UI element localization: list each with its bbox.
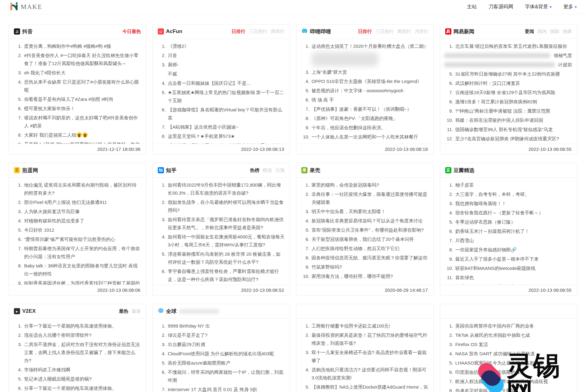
tab-3day-rank[interactable]: 三日排行 bbox=[249, 29, 267, 35]
list-item[interactable]: 6.【游戏咖啡馆】臭名昭著的Virtual boy？可能并没有那么差 bbox=[157, 106, 285, 122]
card-title-bilibili[interactable]: 哔哩哔哩 bbox=[301, 28, 331, 35]
list-item[interactable]: 10.家用消毒方法，哪些好用，哪些不能用? bbox=[300, 272, 429, 280]
tab-daily[interactable]: 日报 bbox=[275, 167, 285, 173]
list-item[interactable]: 7.云南连续18天0新增 全省129个县市区均为低风险 bbox=[444, 89, 572, 97]
list-item[interactable]: 4.市场转码农工作难找啊 bbox=[13, 366, 141, 374]
tab-exclusive[interactable]: 独家 bbox=[563, 29, 572, 35]
list-item[interactable]: 1.美国供应商暂停在中国内存厂商的业务 bbox=[444, 322, 572, 330]
list-item[interactable]: 8.激增1倍多！荷兰累计新冠肺炎病例82例 bbox=[444, 98, 572, 106]
tab-daily-rank[interactable]: 日排行 bbox=[358, 29, 372, 35]
list-item[interactable]: 3.双十一儿童安全座椅还不会选? 高品质抄作业看看一篇就够了 bbox=[300, 349, 429, 365]
tab-top-news[interactable]: 要闻 bbox=[525, 29, 534, 35]
list-item[interactable]: 2.TikTok 从难民的乞求捐款中抽取七成 bbox=[444, 331, 572, 339]
list-item[interactable]: 5.你看看是不是有内味儿了#Zara #拍照 #时尚 bbox=[13, 95, 141, 103]
card-title-acfun[interactable]: ☺AcFun bbox=[158, 28, 182, 35]
list-item[interactable]: 7.【声优搞事】派蒙：香菱不可以！（填词翻唱~） bbox=[300, 105, 429, 113]
list-item[interactable]: 3.人为纵火烧坏复活节岛巨像 bbox=[13, 208, 141, 216]
nav-daoke-source[interactable]: 刀客源码网 bbox=[488, 4, 513, 10]
list-item[interactable]: 6.分享一下最近一个星期的电车高速使用体验。 bbox=[13, 384, 141, 392]
list-item[interactable]: 9.开春甜！#孙俪 俪boss笑得要甜出汁啦！岁月静好，有你相伴…祝大家#情人节… bbox=[13, 140, 141, 144]
tab-today-hottest[interactable]: 今日最热 bbox=[123, 29, 141, 35]
list-item[interactable]: 5.泽连斯基称俄军向乌发射的 28 枚导弹 20 枚被击落，如何评价这一数据？乌… bbox=[157, 250, 285, 266]
list-item[interactable]: 2.非典往事：一社区疫情大爆发，病毒通过粪便传播可能是关键因素 bbox=[300, 190, 429, 206]
list-item[interactable]: 1.柚子皮茶 bbox=[444, 181, 572, 189]
card-title-v2ex[interactable]: ▸V2EX bbox=[14, 308, 36, 314]
tab-newest[interactable]: 最新 bbox=[132, 308, 141, 314]
list-item[interactable]: 3.上海“名媛”群大赏 bbox=[300, 68, 429, 76]
tab-week-rank[interactable]: 周排行 bbox=[397, 29, 411, 35]
card-title-zhihu[interactable]: 知知乎 bbox=[158, 167, 177, 174]
list-item[interactable]: 1.工商银行储蓄卡信用卡还款立减100元! bbox=[300, 322, 429, 330]
list-item[interactable]: 5.被忽视的设计：中文字体 - ooooooohmygosh bbox=[300, 87, 429, 95]
card-title-global-hosts[interactable]: 全球 bbox=[158, 307, 219, 315]
tab-hot-list[interactable]: 热榜 bbox=[250, 167, 259, 173]
list-item[interactable]: 1.家里的猫狗，会传染新冠病毒吗? bbox=[300, 181, 429, 189]
list-item[interactable]: 9.?“钟南山”商标注册申请被驳 法院：属禁注范围 bbox=[444, 107, 572, 115]
list-item[interactable]: 6.武汉解封倒计时：汉口江滩复苏 bbox=[444, 79, 572, 87]
list-item[interactable]: 2.假如发生战争，在小岛避难的时候可以用海水晒干当盐食用吗? bbox=[157, 198, 285, 214]
list-item[interactable]: 7.谁说农村喝不到奶茶的，这也太好喝了吧#抖音美食创作人 #奶茶 bbox=[13, 114, 141, 130]
list-item[interactable]: 4.选购洗地机只看清洁力? 这些要点同样不容忽视！附添可3.0洗地机深度实测! bbox=[300, 366, 429, 382]
tab-3day-rank[interactable]: 三日排行 bbox=[375, 29, 394, 35]
card-title-douban[interactable]: 豆豆瓣精选 bbox=[445, 167, 475, 174]
list-item[interactable]: 2.川音 bbox=[157, 52, 285, 60]
list-item[interactable]: 3.Firefox OS 复活 bbox=[444, 340, 572, 349]
list-item[interactable]: 4.新冠病毒比非典更容易传染吗？可以从这个角度来讨论 bbox=[300, 217, 429, 225]
card-title-jandan[interactable]: 蛋煎蛋网 bbox=[14, 167, 38, 174]
list-item[interactable]: 9.竹鼠算野味吗? bbox=[300, 263, 429, 271]
tab-week-rank[interactable]: 周排行 bbox=[271, 29, 285, 35]
list-item[interactable]: 5.★五蕉抽奖★网络上常见的热门短视频集锦 第一千一百二十五期 bbox=[157, 89, 285, 105]
list-item[interactable]: 11.德国确诊数增至99人 部长专机现“疑似感染”乌龙 bbox=[444, 126, 572, 134]
tab-selected[interactable]: 精选 bbox=[263, 167, 272, 173]
list-item[interactable]: 4.OPPO S10非官方主题曲《英雄登场-Be the Legend》 bbox=[300, 77, 429, 85]
list-item[interactable]: 6.不懂就问，经常买鸡的商家就给一个IP，让我们测，到底咋测 bbox=[157, 368, 285, 384]
list-item[interactable]: 5.今日好价 1012 bbox=[13, 226, 141, 234]
list-item[interactable]: 9.十年后，他应该会想删掉这段表演。 bbox=[300, 124, 429, 132]
list-item[interactable]: 8.因各种疫情信息而无助、腹泻甚至失眠？你需要了解这些 bbox=[300, 254, 429, 262]
list-item[interactable]: 1.如何看待2022年9月份丰田中国销量172,800辆，同比增长50.3%，日… bbox=[157, 181, 285, 197]
list-item[interactable]: 3.厨师- bbox=[157, 61, 285, 69]
card-title-guokr[interactable]: 果果壳 bbox=[301, 167, 320, 174]
list-item[interactable]: 11.喜欢绿色 bbox=[444, 274, 572, 282]
list-item[interactable]: 7.interserver 1T 大盘鸡 首月 0.01 及 终身 5折 bbox=[157, 386, 285, 392]
list-item[interactable]: 9.【森崎漫画屋】来看大马戏！光怪陆离的喷火秀！《鱼》P8 bbox=[157, 142, 285, 144]
list-item[interactable]: 10.斩获BAT和MAANG的leetcode刷题路线 bbox=[444, 264, 572, 272]
list-item[interactable]: 9.绘制香蕉基因进化树，为现代香蕉找到三种贡献了基因的未知祖先 bbox=[13, 279, 141, 285]
list-item[interactable]: 5.冬季运动穿衣思路（修订版） bbox=[444, 218, 572, 226]
tab-domestic[interactable]: 国内 bbox=[538, 29, 547, 35]
list-item[interactable]: 5.宣布“国际突发公共卫生事件”，有哪些益处和潜在影响? bbox=[300, 226, 429, 234]
list-item[interactable]: 8.作者名字对审稿人有巨大影响 bbox=[444, 387, 572, 392]
list-item[interactable]: 5.【保姆教程】NAS上使用Docker搭建AdGuard Home，实现全屋网… bbox=[300, 383, 429, 392]
tab-hottest[interactable]: 最热 bbox=[119, 308, 128, 314]
list-item[interactable]: 2.现在适合入坑哪个密码管理软件? bbox=[13, 331, 141, 339]
card-title-douyin[interactable]: ♫抖音 bbox=[14, 28, 33, 35]
list-item[interactable]: 2.绿云是不是开走了? bbox=[157, 331, 285, 339]
list-item[interactable]: 1.北京车展:错过后悔的首发车 第五代途胜L靠颜值征服你 bbox=[444, 42, 572, 50]
list-item[interactable]: 6.李宇春自曝患上强直性脊柱炎，严重时需靠轮椅才能行走，这是一种什么疾病？该如何… bbox=[157, 267, 285, 283]
list-item[interactable]: 3.出台蘑菇29刀杜甫 bbox=[157, 340, 285, 349]
list-item[interactable]: 6.“爱情荷尔蒙”催产素可能有助于治愈受伤的心 bbox=[13, 235, 141, 243]
list-item[interactable]: 4.如何看待一中国籍女生在澳洲周薪4000元，葡萄农场每天3小时，每周工作6天，… bbox=[157, 233, 285, 249]
list-item[interactable]: 4.宿舍轻食我在践行～（更新了轻食手帐～） bbox=[444, 209, 572, 217]
list-item[interactable]: 1.蛋黄分离，狗粮制作中#狗粮 #猫粮#狗 #猫 bbox=[13, 42, 141, 50]
list-item[interactable]: 9.最近又入手了很多小盆景～根本停不下来 bbox=[444, 255, 572, 263]
list-item[interactable]: 1.地位偏见 诺奖得主实名和匿名向期刊投稿，被区别对待的程度有多大? bbox=[13, 181, 141, 197]
list-item[interactable]: 7.【A站独家】这次依然是小区蹦迪~ bbox=[157, 123, 285, 131]
nav-main-site[interactable]: 主站 bbox=[467, 4, 477, 10]
tab-month-rank[interactable]: 月排行 bbox=[415, 29, 429, 35]
list-item[interactable]: 1.这动画也太搞笑了！2020十月新番吐槽大盘点（第二期） bbox=[300, 42, 429, 50]
list-item[interactable]: 4.对植物有破坏性的昆虫变多了 bbox=[13, 217, 141, 225]
list-item[interactable]: 2.大三退学，自考专科，本科，考研。 bbox=[444, 190, 572, 198]
list-item[interactable]: 5.笔记本进入睡眠后睡死是谁的锅? bbox=[13, 375, 141, 383]
list-item[interactable]: 5.LHAASO观测到迄今为止最高能伽马射线暴 bbox=[444, 359, 572, 367]
list-item[interactable]: 3.我也拥有咖啡角落啦！！ bbox=[444, 200, 572, 208]
list-item[interactable]: 2.#抖音美食创作人 #一口吃掉春天 好久没给林先生做小零食了！准备了12斤凤梨… bbox=[13, 52, 141, 68]
list-item[interactable]: 8.一些居家提升幸福感好物附🔗 bbox=[444, 246, 572, 254]
list-item[interactable]: 4.点击看一日和服妹妹【国庆日记】不是… bbox=[157, 79, 285, 87]
list-item[interactable]: 7.欧洲人权法庭认为瑞士养老金对男性构成歧视 bbox=[444, 378, 572, 386]
list-item[interactable]: 12.至少7名高官确诊新冠肺炎 伊朗缘何成疫情重灾区? bbox=[444, 135, 572, 143]
list-item[interactable]: 1.分享一下最近一个星期的电车高速使用体验。 bbox=[13, 322, 141, 330]
list-item[interactable]: 8.这里是天堂吗？★手机竖屏573★ bbox=[157, 132, 285, 140]
list-item[interactable]: 6.印度面临抗生素耐药性病菌的爆发 bbox=[444, 368, 572, 376]
list-item[interactable]: 3.如何看待普京表态「俄罗斯已准备好在秋冬期间向欧洲供应更多天然气」，并称北溪事… bbox=[157, 216, 285, 232]
